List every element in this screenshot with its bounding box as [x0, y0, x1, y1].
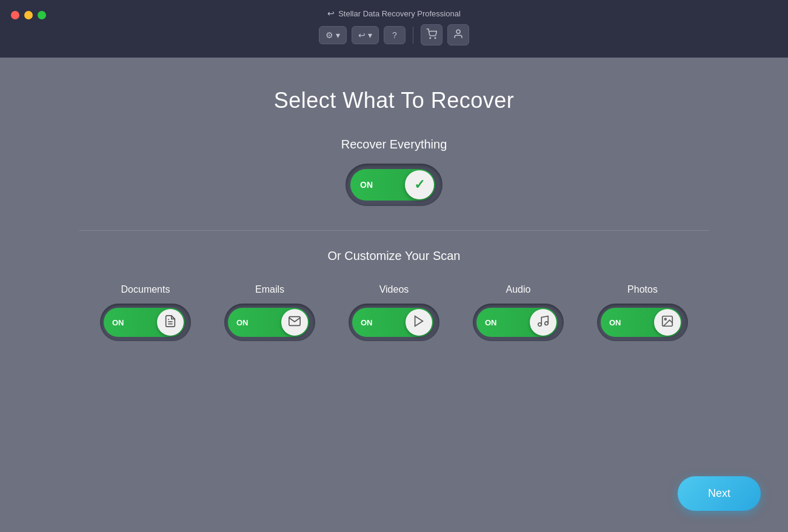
next-button[interactable]: Next: [678, 476, 761, 511]
settings-icon: ⚙: [326, 30, 333, 40]
cart-icon: [426, 28, 437, 41]
photos-label: Photos: [627, 284, 658, 295]
videos-toggle-thumb: [406, 309, 432, 336]
photos-toggle-track: ON: [601, 308, 682, 337]
audio-toggle-track: ON: [476, 308, 558, 337]
emails-toggle[interactable]: ON: [224, 304, 315, 341]
minimize-button[interactable]: [24, 11, 33, 19]
checkmark-icon: ✓: [414, 177, 425, 193]
recover-everything-label: Recover Everything: [341, 138, 447, 151]
emails-on-label: ON: [236, 318, 249, 327]
videos-toggle-track: ON: [352, 308, 433, 337]
emails-toggle-thumb: [281, 309, 308, 336]
cart-button[interactable]: [421, 24, 442, 45]
section-divider: [79, 230, 709, 231]
svg-marker-6: [415, 316, 423, 326]
toolbar: ⚙ ▾ ↩ ▾ ?: [319, 24, 469, 45]
videos-item: Videos ON: [349, 284, 439, 341]
app-title-icon: ↩: [327, 8, 335, 18]
recover-everything-toggle-track[interactable]: ON ✓: [350, 169, 435, 201]
documents-toggle-thumb: [157, 309, 184, 336]
app-title: ↩ Stellar Data Recovery Professional: [327, 8, 461, 18]
recover-everything-on-label: ON: [360, 180, 373, 190]
account-button[interactable]: [447, 24, 469, 45]
history-icon: ↩: [358, 30, 366, 40]
documents-item: Documents ON: [100, 284, 191, 341]
audio-item: Audio ON: [473, 284, 564, 341]
documents-toggle[interactable]: ON: [100, 304, 191, 341]
photos-toggle[interactable]: ON: [597, 304, 688, 341]
audio-on-label: ON: [485, 318, 497, 327]
videos-toggle[interactable]: ON: [349, 304, 439, 341]
documents-on-label: ON: [112, 318, 124, 327]
photos-icon: [661, 314, 674, 331]
help-button[interactable]: ?: [384, 26, 406, 44]
recover-everything-toggle[interactable]: ON ✓: [346, 164, 442, 206]
audio-icon: [536, 314, 550, 331]
customize-label: Or Customize Your Scan: [328, 249, 461, 263]
file-types-row: Documents ON: [100, 284, 688, 341]
history-button[interactable]: ↩ ▾: [352, 26, 379, 44]
audio-toggle-thumb: [530, 309, 556, 336]
audio-label: Audio: [506, 284, 531, 295]
photos-item: Photos ON: [597, 284, 688, 341]
videos-label: Videos: [379, 284, 409, 295]
audio-toggle[interactable]: ON: [473, 304, 564, 341]
documents-toggle-track: ON: [104, 308, 185, 337]
videos-icon: [412, 314, 426, 331]
settings-button[interactable]: ⚙ ▾: [319, 26, 347, 44]
recover-everything-toggle-thumb: ✓: [405, 170, 434, 199]
emails-label: Emails: [255, 284, 284, 295]
documents-label: Documents: [121, 284, 170, 295]
svg-point-7: [538, 322, 542, 326]
emails-toggle-track: ON: [228, 308, 309, 337]
documents-icon: [164, 314, 177, 331]
svg-point-8: [545, 321, 549, 325]
app-title-text: Stellar Data Recovery Professional: [338, 9, 461, 18]
account-icon: [453, 28, 464, 41]
history-dropdown-icon: ▾: [368, 30, 372, 40]
svg-point-1: [435, 38, 436, 39]
maximize-button[interactable]: [38, 11, 46, 19]
emails-icon: [288, 314, 301, 331]
titlebar: ↩ Stellar Data Recovery Professional ⚙ ▾…: [0, 0, 788, 58]
page-title: Select What To Recover: [274, 88, 515, 113]
recover-everything-section: Recover Everything ON ✓: [341, 138, 447, 206]
toolbar-divider: [413, 27, 413, 44]
close-button[interactable]: [11, 11, 19, 19]
help-icon: ?: [392, 30, 397, 40]
svg-point-10: [664, 318, 666, 320]
svg-point-0: [430, 38, 431, 39]
traffic-lights: [11, 11, 46, 19]
main-content: Select What To Recover Recover Everythin…: [0, 58, 788, 532]
videos-on-label: ON: [361, 318, 373, 327]
svg-point-2: [456, 30, 460, 33]
photos-on-label: ON: [609, 318, 621, 327]
settings-dropdown-icon: ▾: [336, 30, 340, 40]
photos-toggle-thumb: [654, 309, 681, 336]
emails-item: Emails ON: [224, 284, 315, 341]
